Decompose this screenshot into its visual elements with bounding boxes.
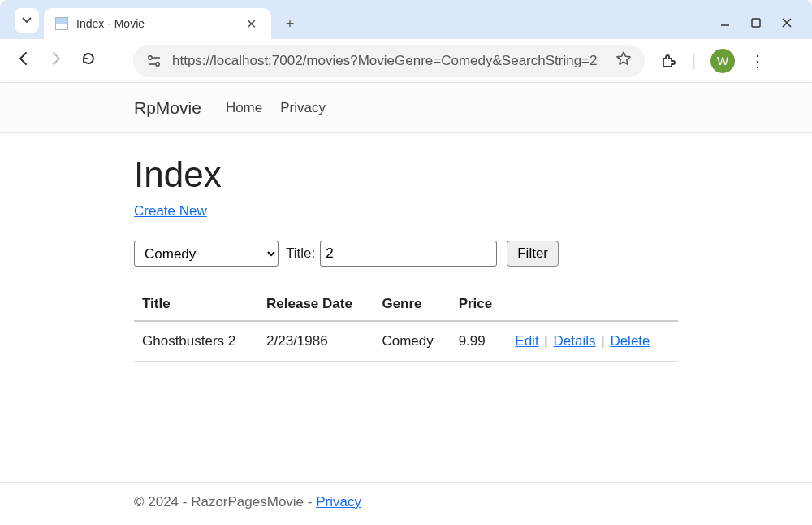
browser-tab-strip: Index - Movie ✕ + (0, 0, 812, 39)
forward-button[interactable] (47, 50, 65, 71)
cell-price: 9.99 (451, 321, 508, 362)
window-controls (719, 17, 802, 31)
footer-privacy-link[interactable]: Privacy (316, 494, 361, 510)
page-content: Index Create New Comedy Title: Filter Ti… (0, 133, 812, 383)
svg-rect-1 (752, 19, 760, 27)
close-window-button[interactable] (781, 17, 793, 31)
close-tab-button[interactable]: ✕ (243, 13, 260, 35)
page-title: Index (134, 154, 678, 195)
filter-button[interactable]: Filter (507, 241, 559, 267)
page-navbar: RpMovie Home Privacy (0, 83, 812, 133)
tab-title: Index - Movie (76, 17, 243, 30)
cell-actions: Edit | Details | Delete (507, 321, 678, 362)
title-input[interactable] (320, 241, 497, 267)
address-bar[interactable]: https://localhost:7002/movies?MovieGenre… (133, 45, 645, 77)
back-button[interactable] (15, 50, 32, 71)
maximize-button[interactable] (750, 17, 762, 31)
pipe: | (544, 333, 547, 349)
browser-tab[interactable]: Index - Movie ✕ (44, 8, 271, 39)
profile-avatar[interactable]: W (710, 49, 735, 73)
movies-table: Title Release Date Genre Price Ghostbust… (134, 288, 678, 362)
new-tab-button[interactable]: + (278, 11, 302, 36)
nav-privacy[interactable]: Privacy (280, 100, 326, 116)
extensions-icon[interactable] (659, 52, 677, 70)
col-actions (507, 288, 678, 321)
browser-toolbar: https://localhost:7002/movies?MovieGenre… (0, 39, 812, 83)
reload-button[interactable] (80, 50, 97, 71)
separator: | (692, 51, 696, 70)
cell-genre: Comedy (374, 321, 450, 362)
col-price: Price (451, 288, 508, 321)
url-text[interactable]: https://localhost:7002/movies?MovieGenre… (172, 53, 606, 69)
tabs-dropdown-button[interactable] (15, 8, 39, 33)
brand-link[interactable]: RpMovie (134, 98, 201, 118)
browser-menu-button[interactable]: ⋮ (749, 51, 766, 71)
favicon-icon (55, 17, 68, 30)
create-new-link[interactable]: Create New (134, 203, 207, 219)
svg-point-4 (156, 62, 159, 65)
svg-point-2 (149, 55, 152, 59)
bookmark-star-icon[interactable] (615, 50, 632, 71)
cell-release-date: 2/23/1986 (258, 321, 374, 362)
filter-form: Comedy Title: Filter (134, 241, 678, 267)
genre-select[interactable]: Comedy (134, 241, 279, 267)
title-label: Title: (286, 245, 315, 262)
site-settings-icon[interactable] (146, 54, 162, 67)
minimize-button[interactable] (719, 17, 731, 31)
col-title: Title (134, 288, 258, 321)
delete-link[interactable]: Delete (610, 333, 650, 349)
nav-home[interactable]: Home (226, 100, 262, 116)
details-link[interactable]: Details (554, 333, 596, 349)
page-footer: © 2024 - RazorPagesMovie - Privacy (0, 482, 812, 510)
pipe: | (601, 333, 604, 349)
table-row: Ghostbusters 2 2/23/1986 Comedy 9.99 Edi… (134, 321, 678, 362)
edit-link[interactable]: Edit (515, 333, 538, 349)
footer-text: © 2024 - RazorPagesMovie - (134, 494, 316, 510)
col-genre: Genre (374, 288, 450, 321)
col-release-date: Release Date (258, 288, 374, 321)
cell-title: Ghostbusters 2 (134, 321, 258, 362)
